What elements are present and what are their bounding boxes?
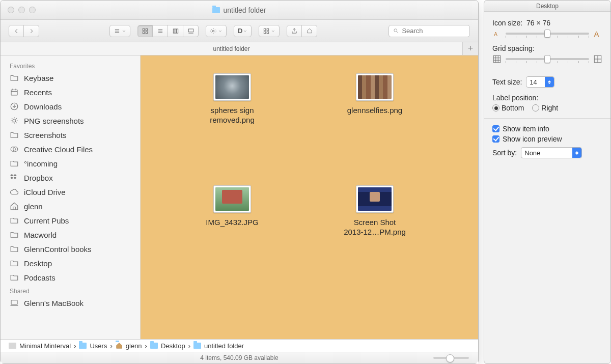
path-crumb[interactable]: Users (79, 342, 107, 350)
zoom-button[interactable] (29, 7, 36, 13)
crumb-label: untitled folder (204, 342, 244, 350)
search-input[interactable] (402, 27, 465, 35)
list-view-button[interactable] (153, 25, 168, 37)
gallery-view-button[interactable] (183, 25, 199, 37)
file-item[interactable]: spheres signremoved.png (191, 73, 273, 125)
sidebar-item-label: Dropbox (24, 174, 53, 182)
sidebar-item-label: Recents (24, 88, 52, 97)
small-icon-icon: A (492, 29, 502, 38)
bottom-bars: Minimal Minterval›Users›glenn›Desktop›un… (1, 339, 478, 363)
sidebar-item[interactable]: Macworld (1, 228, 140, 242)
folder-icon (10, 130, 19, 139)
chevron-right-icon: › (188, 342, 190, 350)
tags-button[interactable] (302, 25, 317, 37)
titlebar: untitled folder (1, 1, 478, 20)
path-crumb[interactable]: glenn (116, 342, 142, 350)
column-view-button[interactable] (168, 25, 183, 37)
sidebar-item[interactable]: Podcasts (1, 270, 140, 285)
window-title-text: untitled folder (223, 6, 266, 14)
back-button[interactable] (9, 25, 24, 37)
sidebar-mode-button[interactable] (109, 25, 130, 37)
share-button[interactable] (287, 25, 302, 37)
show-icon-preview-checkbox[interactable]: Show icon preview (492, 135, 602, 143)
chevron-right-icon: › (74, 342, 76, 350)
label-position-label: Label position: (492, 94, 538, 102)
window-title: untitled folder (1, 6, 478, 14)
svg-rect-17 (267, 29, 269, 31)
icon-size-label: Icon size: (492, 19, 522, 27)
sidebar-item[interactable]: PNG screenshots (1, 114, 140, 128)
path-crumb[interactable]: Minimal Minterval (9, 342, 71, 350)
sidebar-item[interactable]: Recents (1, 85, 140, 99)
sidebar-item[interactable]: Creative Cloud Files (1, 142, 140, 156)
drop-button[interactable]: D (234, 25, 252, 37)
sidebar-item[interactable]: Keybase (1, 71, 140, 85)
checkbox-icon (492, 135, 499, 143)
path-crumb[interactable]: untitled folder (193, 342, 244, 350)
sidebar-item[interactable]: °incoming (1, 156, 140, 171)
minimize-button[interactable] (18, 7, 25, 13)
file-name: IMG_3432.JPG (206, 218, 258, 228)
folder-icon (150, 343, 158, 349)
svg-rect-30 (11, 300, 17, 304)
sidebar-item[interactable]: Desktop (1, 256, 140, 270)
folder-icon (10, 273, 19, 282)
path-crumb[interactable]: Desktop (150, 342, 185, 350)
sort-by-value: None (524, 149, 540, 157)
nav-buttons (9, 25, 39, 37)
sidebar-item[interactable]: Glenn's MacBook (1, 296, 140, 310)
sidebar-section-header: Favorites (1, 60, 140, 71)
icon-size-value: 76 × 76 (526, 19, 550, 27)
label-position-bottom[interactable]: Bottom (492, 104, 524, 112)
sort-by-label: Sort by: (492, 149, 517, 157)
label-position-right[interactable]: Right (532, 104, 558, 112)
sidebar-item-label: Current Pubs (24, 216, 69, 225)
search-field[interactable] (388, 25, 470, 37)
forward-button[interactable] (24, 25, 39, 37)
sidebar-item[interactable]: GlennControl books (1, 242, 140, 256)
file-item[interactable]: IMG_3432.JPG (191, 185, 273, 228)
sidebar-item[interactable]: Dropbox (1, 171, 140, 185)
sidebar: FavoritesKeybaseRecentsDownloadsPNG scre… (1, 55, 141, 339)
icon-view-button[interactable] (137, 25, 153, 37)
sort-by-select[interactable]: None (521, 147, 582, 158)
loose-grid-icon (593, 54, 602, 64)
search-icon (393, 27, 399, 34)
file-name: spheres signremoved.png (210, 106, 255, 125)
folder-icon (10, 73, 19, 82)
svg-rect-34 (493, 55, 501, 63)
sidebar-item[interactable]: Current Pubs (1, 213, 140, 228)
group-button[interactable] (259, 25, 280, 37)
grid-spacing-slider[interactable] (506, 58, 589, 60)
svg-rect-22 (11, 90, 17, 96)
sidebar-item[interactable]: iCloud Drive (1, 185, 140, 199)
home-icon (10, 202, 19, 211)
icon-size-slider[interactable] (506, 33, 589, 35)
folder-icon (79, 343, 87, 349)
file-item[interactable]: glennselfies.png (334, 73, 415, 116)
sidebar-item-label: iCloud Drive (24, 188, 66, 197)
file-item[interactable]: Screen Shot2013-12…PM.png (334, 185, 415, 237)
sidebar-item[interactable]: Screenshots (1, 128, 140, 142)
file-name: Screen Shot2013-12…PM.png (344, 218, 406, 237)
icon-zoom-slider[interactable] (433, 357, 469, 359)
sidebar-item[interactable]: Downloads (1, 99, 140, 114)
stepper-arrows-icon (545, 77, 554, 87)
sidebar-item[interactable]: glenn (1, 199, 140, 213)
text-size-select[interactable]: 14 (526, 76, 554, 88)
new-tab-button[interactable]: + (463, 42, 478, 55)
file-thumbnail (356, 185, 394, 213)
inspector-title: Desktop (484, 1, 610, 12)
svg-rect-12 (177, 29, 178, 33)
close-button[interactable] (8, 7, 14, 13)
tab-untitled-folder[interactable]: untitled folder (1, 42, 463, 55)
show-item-info-checkbox[interactable]: Show item info (492, 125, 602, 133)
file-name: glennselfies.png (347, 106, 402, 116)
sidebar-section-header: Shared (1, 285, 140, 296)
crumb-label: Minimal Minterval (19, 342, 71, 350)
radio-icon (492, 104, 499, 111)
file-grid[interactable]: spheres signremoved.pngglennselfies.pngI… (141, 55, 478, 339)
action-button[interactable] (206, 25, 227, 37)
cloud-icon (10, 187, 19, 197)
status-text: 4 items, 540.09 GB available (200, 354, 278, 361)
